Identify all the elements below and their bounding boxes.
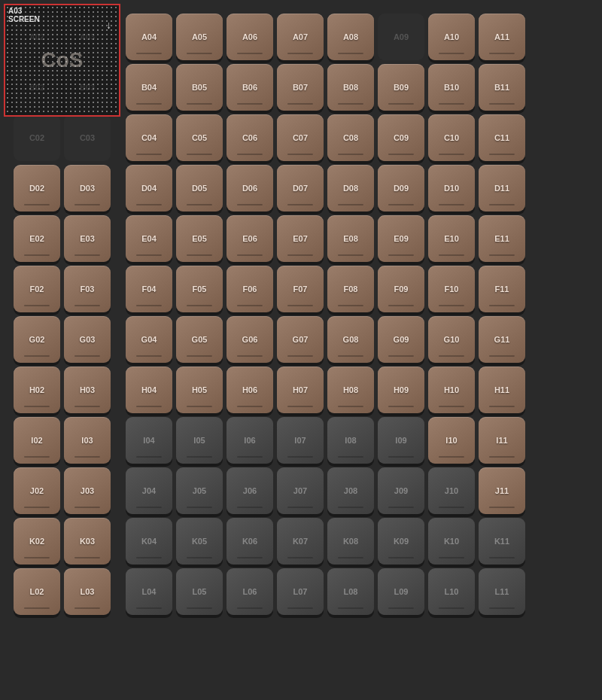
seat-e07[interactable]: E07	[277, 215, 324, 262]
seat-c08[interactable]: C08	[327, 114, 374, 161]
seat-j11[interactable]: J11	[479, 467, 525, 514]
seat-i02[interactable]: I02	[14, 417, 60, 464]
seat-e04[interactable]: E04	[126, 215, 172, 262]
seat-decoration	[489, 355, 515, 357]
seat-label: B04	[141, 83, 157, 92]
seat-decoration	[338, 355, 363, 357]
seat-e02[interactable]: E02	[14, 215, 60, 262]
seat-f03[interactable]: F03	[64, 266, 111, 312]
seat-l02[interactable]: L02	[14, 568, 60, 615]
seat-g02[interactable]: G02	[14, 316, 60, 363]
seat-h02[interactable]: H02	[14, 367, 60, 413]
seat-b05[interactable]: B05	[176, 64, 223, 111]
seat-b11[interactable]: B11	[479, 64, 525, 111]
seat-f09[interactable]: F09	[378, 266, 424, 312]
seat-d11[interactable]: D11	[479, 165, 525, 212]
seat-d02[interactable]: D02	[14, 165, 60, 212]
seat-k02[interactable]: K02	[14, 518, 60, 565]
seat-e05[interactable]: E05	[176, 215, 223, 262]
seat-b08[interactable]: B08	[327, 64, 374, 111]
seat-a11[interactable]: A11	[479, 14, 525, 60]
seat-f10[interactable]: F10	[428, 266, 475, 312]
seat-a04[interactable]: A04	[126, 14, 172, 60]
seat-e11[interactable]: E11	[479, 215, 525, 262]
seat-e06[interactable]: E06	[227, 215, 273, 262]
seat-f06[interactable]: F06	[227, 266, 273, 312]
seat-e09[interactable]: E09	[378, 215, 424, 262]
seat-i10[interactable]: I10	[428, 417, 475, 464]
seat-g03[interactable]: G03	[64, 316, 111, 363]
seat-d08[interactable]: D08	[327, 165, 374, 212]
seat-h04[interactable]: H04	[126, 367, 172, 413]
seat-b07[interactable]: B07	[277, 64, 324, 111]
seat-g09[interactable]: G09	[378, 316, 424, 363]
seat-c05[interactable]: C05	[176, 114, 223, 161]
seat-f05[interactable]: F05	[176, 266, 223, 312]
seat-f08[interactable]: F08	[327, 266, 374, 312]
seat-d09[interactable]: D09	[378, 165, 424, 212]
seat-c09[interactable]: C09	[378, 114, 424, 161]
seat-e03[interactable]: E03	[64, 215, 111, 262]
seat-k06: K06	[227, 518, 273, 565]
seat-b04[interactable]: B04	[126, 64, 172, 111]
seat-g11[interactable]: G11	[479, 316, 525, 363]
seat-d04[interactable]: D04	[126, 165, 172, 212]
seat-decoration	[287, 103, 313, 105]
seat-b03: B03	[64, 64, 111, 111]
seat-d03[interactable]: D03	[64, 165, 111, 212]
seat-d05[interactable]: D05	[176, 165, 223, 212]
seat-a07[interactable]: A07	[277, 14, 324, 60]
seat-k08: K08	[327, 518, 374, 565]
seat-k07: K07	[277, 518, 324, 565]
seat-g05[interactable]: G05	[176, 316, 223, 363]
seat-d07[interactable]: D07	[277, 165, 324, 212]
seat-b10[interactable]: B10	[428, 64, 475, 111]
seat-decoration	[489, 103, 515, 105]
seat-c11[interactable]: C11	[479, 114, 525, 161]
seat-decoration	[237, 607, 263, 609]
seat-i11[interactable]: I11	[479, 417, 525, 464]
seat-a10[interactable]: A10	[428, 14, 475, 60]
seat-j02[interactable]: J02	[14, 467, 60, 514]
seat-e10[interactable]: E10	[428, 215, 475, 262]
seat-f07[interactable]: F07	[277, 266, 324, 312]
seat-h05[interactable]: H05	[176, 367, 223, 413]
seat-h03[interactable]: H03	[64, 367, 111, 413]
seat-f02[interactable]: F02	[14, 266, 60, 312]
seat-label: I08	[345, 436, 356, 445]
seat-i09: I09	[378, 417, 424, 464]
seat-h10[interactable]: H10	[428, 367, 475, 413]
seat-g04[interactable]: G04	[126, 316, 172, 363]
seat-g10[interactable]: G10	[428, 316, 475, 363]
seat-label: F06	[243, 285, 257, 294]
seat-decoration	[388, 406, 414, 407]
seat-c07[interactable]: C07	[277, 114, 324, 161]
seat-g06[interactable]: G06	[227, 316, 273, 363]
seat-c04[interactable]: C04	[126, 114, 172, 161]
seat-g08[interactable]: G08	[327, 316, 374, 363]
seat-decoration	[24, 355, 50, 357]
seat-d10[interactable]: D10	[428, 165, 475, 212]
seat-i03[interactable]: I03	[64, 417, 111, 464]
seat-a06[interactable]: A06	[227, 14, 273, 60]
seat-label: L08	[344, 587, 358, 596]
seat-k03[interactable]: K03	[64, 518, 111, 565]
seat-b09[interactable]: B09	[378, 64, 424, 111]
seat-j03[interactable]: J03	[64, 467, 111, 514]
seat-h08[interactable]: H08	[327, 367, 374, 413]
seat-a08[interactable]: A08	[327, 14, 374, 60]
seat-c10[interactable]: C10	[428, 114, 475, 161]
seat-a05[interactable]: A05	[176, 14, 223, 60]
seat-h06[interactable]: H06	[227, 367, 273, 413]
seat-f11[interactable]: F11	[479, 266, 525, 312]
seat-g07[interactable]: G07	[277, 316, 324, 363]
seat-h11[interactable]: H11	[479, 367, 525, 413]
seat-d06[interactable]: D06	[227, 165, 273, 212]
seat-h07[interactable]: H07	[277, 367, 324, 413]
seat-b06[interactable]: B06	[227, 64, 273, 111]
seat-f04[interactable]: F04	[126, 266, 172, 312]
seat-e08[interactable]: E08	[327, 215, 374, 262]
seat-l03[interactable]: L03	[64, 568, 111, 615]
seat-h09[interactable]: H09	[378, 367, 424, 413]
seat-c06[interactable]: C06	[227, 114, 273, 161]
